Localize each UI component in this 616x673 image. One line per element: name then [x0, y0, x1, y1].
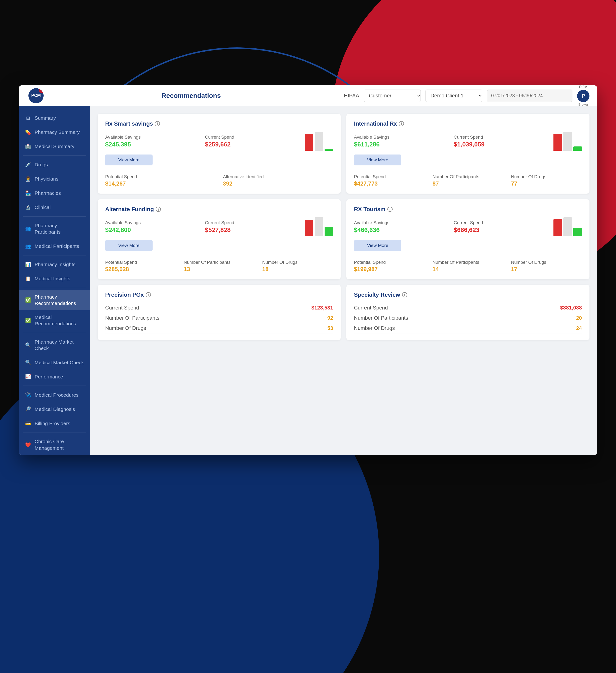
pharmacy-insights-icon: 📊	[25, 261, 31, 268]
demo-client-select[interactable]: Demo Client 1	[425, 89, 483, 102]
performance-icon: 📈	[25, 373, 31, 380]
view-more-btn-3[interactable]: View More	[105, 240, 152, 251]
int-rx-participants-value: 87	[432, 180, 503, 187]
sidebar-item-pharmacy-participants[interactable]: 👥 Pharmacy Participants	[19, 218, 90, 239]
summary-icon: ⊞	[25, 115, 31, 121]
rx-tourism-potential-label: Potential Spend	[354, 260, 425, 265]
bar-gray-3	[315, 217, 323, 236]
int-rx-spend-label: Current Spend	[454, 135, 546, 140]
rx-smart-savings-sub-metrics: Potential Spend $14,267 Alternative Iden…	[105, 170, 333, 187]
sidebar-item-pharmacy-insights[interactable]: 📊 Pharmacy Insights	[19, 257, 90, 271]
sidebar-label-medical-market-check: Medical Market Check	[35, 359, 84, 366]
sidebar-divider-6	[23, 386, 86, 386]
rx-smart-savings-metrics: Available Savings $245,395 Current Spend…	[105, 132, 333, 151]
pharmacy-recommendations-icon: ✅	[25, 297, 31, 303]
sidebar-item-summary[interactable]: ⊞ Summary	[19, 111, 90, 125]
rx-smart-savings-spend: Current Spend $259,662	[205, 135, 297, 148]
sidebar-item-pharmacies[interactable]: 🏪 Pharmacies	[19, 186, 90, 200]
sidebar-label-pharmacy-insights: Pharmacy Insights	[35, 261, 75, 267]
international-rx-info-icon[interactable]: i	[399, 121, 404, 126]
sidebar-item-medical-recommendations[interactable]: ✅ Medical Recommendations	[19, 310, 90, 331]
sidebar-item-medical-participants[interactable]: 👥 Medical Participants	[19, 239, 90, 253]
rx-tourism-potential-value: $199,987	[354, 266, 425, 272]
card-title-specialty-review: Specialty Review i	[354, 291, 582, 298]
customer-select[interactable]: Customer Employer Broker	[364, 89, 421, 102]
user-name: PCM	[579, 85, 588, 89]
bar-red-1	[305, 134, 313, 151]
physicians-icon: 👨‍⚕️	[25, 176, 31, 182]
sidebar-label-clinical: Clinical	[35, 204, 51, 210]
alt-fund-available-label: Available Savings	[105, 220, 197, 225]
user-avatar[interactable]: P	[577, 90, 589, 102]
sidebar-item-pharmacy-summary[interactable]: 💊 Pharmacy Summary	[19, 125, 90, 139]
sidebar-item-performance[interactable]: 📈 Performance	[19, 370, 90, 384]
header-title: Recommendations	[55, 92, 327, 99]
sidebar-item-clinical[interactable]: 🔬 Clinical	[19, 200, 90, 214]
rx-smart-savings-chart	[305, 132, 333, 151]
alt-fund-drugs: Number Of Drugs 18	[262, 260, 333, 272]
alternate-funding-info-icon[interactable]: i	[156, 207, 161, 212]
hipaa-check[interactable]: HIPAA	[337, 93, 359, 99]
bar-red-3	[305, 220, 313, 236]
specialty-review-drugs-label: Number Of Drugs	[354, 325, 395, 331]
int-rx-drugs: Number Of Drugs 77	[511, 174, 582, 187]
bar-gray-1	[315, 132, 323, 151]
sidebar-item-medical-diagnosis[interactable]: 🔎 Medical Diagnosis	[19, 402, 90, 416]
potential-spend-1: Potential Spend $14,267	[105, 174, 215, 187]
alternative-identified: Alternative Identified 392	[223, 174, 333, 187]
specialty-review-info-icon[interactable]: i	[402, 292, 407, 297]
rx-tourism-participants-label: Number Of Participants	[432, 260, 503, 265]
sidebar-item-physicians[interactable]: 👨‍⚕️ Physicians	[19, 172, 90, 186]
sidebar-item-medical-insights[interactable]: 📋 Medical Insights	[19, 271, 90, 286]
pharmacy-market-check-icon: 🔍	[25, 342, 31, 348]
alt-fund-sub-metrics: Potential Spend $285,028 Number Of Parti…	[105, 256, 333, 272]
sidebar-item-medical-summary[interactable]: 🏥 Medical Summary	[19, 139, 90, 154]
int-rx-participants: Number Of Participants 87	[432, 174, 503, 187]
precision-pgx-info-icon[interactable]: i	[146, 292, 151, 297]
precision-pgx-row-drugs: Number Of Drugs 53	[105, 323, 333, 333]
alt-fund-potential-label: Potential Spend	[105, 260, 176, 265]
rx-tourism-spend-value: $666,623	[454, 226, 546, 234]
alt-fund-participants-value: 13	[184, 266, 255, 272]
card-title-precision-pgx: Precision PGx i	[105, 291, 333, 298]
app-window: PCM Recommendations HIPAA Customer Emplo…	[19, 85, 597, 455]
int-rx-available: Available Savings $611,286	[354, 135, 446, 148]
card-rx-smart-savings: Rx Smart savings i Available Savings $24…	[98, 114, 341, 194]
sidebar: ⊞ Summary 💊 Pharmacy Summary 🏥 Medical S…	[19, 106, 90, 455]
sidebar-item-billing-providers[interactable]: 💳 Billing Providers	[19, 416, 90, 430]
potential-spend-label-1: Potential Spend	[105, 174, 215, 179]
bar-red-4	[554, 219, 562, 236]
precision-pgx-participants-label: Number Of Participants	[105, 315, 160, 321]
bar-green-1	[325, 149, 333, 151]
int-rx-potential: Potential Spend $427,773	[354, 174, 425, 187]
sidebar-item-pharmacy-recommendations[interactable]: ✅ Pharmacy Recommendations	[19, 290, 90, 310]
specialty-review-row-participants: Number Of Participants 20	[354, 313, 582, 323]
view-more-btn-2[interactable]: View More	[354, 155, 401, 165]
sidebar-item-medical-procedures[interactable]: 🩺 Medical Procedures	[19, 388, 90, 402]
specialty-review-spend-value: $881,088	[560, 305, 582, 311]
rx-tourism-info-icon[interactable]: i	[387, 207, 392, 212]
specialty-review-row-drugs: Number Of Drugs 24	[354, 323, 582, 333]
hipaa-checkbox[interactable]	[337, 93, 342, 98]
drugs-icon: 💉	[25, 161, 31, 168]
sidebar-item-drugs[interactable]: 💉 Drugs	[19, 158, 90, 172]
specialty-review-row-spend: Current Spend $881,088	[354, 303, 582, 313]
sidebar-item-pharmacy-market-check[interactable]: 🔍 Pharmacy Market Check	[19, 335, 90, 356]
rx-smart-savings-info-icon[interactable]: i	[155, 121, 160, 126]
int-rx-chart	[554, 132, 582, 151]
card-title-alternate-funding: Alternate Funding i	[105, 206, 333, 213]
rx-tourism-potential: Potential Spend $199,987	[354, 260, 425, 272]
int-rx-drugs-value: 77	[511, 180, 582, 187]
current-spend-label-1: Current Spend	[205, 135, 297, 140]
precision-pgx-participants-value: 92	[327, 315, 333, 321]
sidebar-label-chronic-care: Chronic Care Management	[35, 438, 84, 451]
header: PCM Recommendations HIPAA Customer Emplo…	[19, 85, 597, 106]
card-international-rx: International Rx i Available Savings $61…	[346, 114, 589, 194]
view-more-btn-4[interactable]: View More	[354, 240, 401, 251]
sidebar-item-medical-market-check[interactable]: 🔍 Medical Market Check	[19, 355, 90, 370]
precision-pgx-row-spend: Current Spend $123,531	[105, 303, 333, 313]
int-rx-spend-value: $1,039,059	[454, 141, 546, 148]
precision-pgx-spend-value: $123,531	[311, 305, 333, 311]
view-more-btn-1[interactable]: View More	[105, 155, 152, 165]
sidebar-item-chronic-care[interactable]: ❤️ Chronic Care Management	[19, 434, 90, 455]
